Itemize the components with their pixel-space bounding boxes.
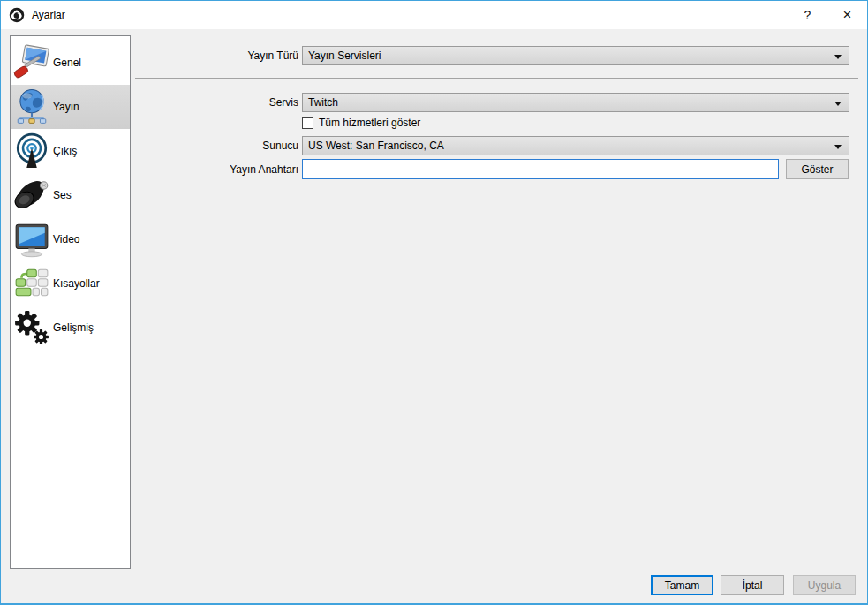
stream-type-label: Yayın Türü <box>135 46 298 65</box>
sidebar-item-yayin[interactable]: Yayın <box>11 85 130 129</box>
section-separator <box>135 78 858 79</box>
chevron-down-icon <box>834 55 842 59</box>
sidebar-item-label: Kısayollar <box>53 277 100 290</box>
show-all-services-label[interactable]: Tüm hizmetleri göster <box>319 117 420 129</box>
sidebar-item-label: Ses <box>53 189 72 201</box>
sidebar-item-cikis[interactable]: Çıkış <box>11 129 130 173</box>
cancel-button[interactable]: İptal <box>721 575 784 595</box>
server-value: US West: San Francisco, CA <box>308 140 444 152</box>
apply-button[interactable]: Uygula <box>793 575 856 595</box>
speaker-icon <box>11 177 53 214</box>
server-label: Sunucu <box>135 136 298 155</box>
stream-key-label: Yayın Anahtarı <box>135 160 298 179</box>
stream-key-input[interactable] <box>302 159 779 179</box>
show-key-button[interactable]: Göster <box>786 159 849 179</box>
sidebar-item-ses[interactable]: Ses <box>11 173 130 217</box>
sidebar-item-label: Çıkış <box>53 145 77 157</box>
settings-category-list: Genel Yayın <box>10 35 131 569</box>
globe-icon <box>11 88 53 125</box>
help-button[interactable]: ? <box>788 1 827 29</box>
show-all-services-checkbox[interactable] <box>302 117 313 129</box>
chevron-down-icon <box>834 145 842 149</box>
service-value: Twitch <box>308 96 338 109</box>
settings-dialog: Ayarlar ? × Genel <box>0 0 868 605</box>
sidebar-item-gelismis[interactable]: Gelişmiş <box>11 306 130 350</box>
window-title: Ayarlar <box>32 9 65 21</box>
stream-type-value: Yayın Servisleri <box>308 49 381 62</box>
sidebar-item-genel[interactable]: Genel <box>11 41 130 85</box>
sidebar-item-label: Genel <box>53 57 81 69</box>
close-button[interactable]: × <box>827 1 867 29</box>
server-select[interactable]: US West: San Francisco, CA <box>302 136 849 155</box>
obs-logo-icon <box>9 7 25 23</box>
chevron-down-icon <box>834 102 842 106</box>
text-caret <box>306 163 306 176</box>
service-label: Servis <box>135 93 298 112</box>
sidebar-item-label: Video <box>53 233 79 246</box>
sidebar-item-video[interactable]: Video <box>11 217 130 261</box>
gears-icon <box>11 309 53 346</box>
monitor-icon <box>11 221 53 258</box>
broadcast-icon <box>11 132 53 170</box>
show-all-services-checkbox-row: Tüm hizmetleri göster <box>302 117 420 129</box>
stream-type-select[interactable]: Yayın Servisleri <box>302 46 849 65</box>
service-select[interactable]: Twitch <box>302 93 849 112</box>
sidebar-item-kisayollar[interactable]: Kısayollar <box>11 261 130 306</box>
titlebar: Ayarlar ? × <box>1 1 867 29</box>
sidebar-item-label: Yayın <box>53 101 79 113</box>
sidebar-item-label: Gelişmiş <box>53 321 94 334</box>
display-config-icon <box>11 44 53 81</box>
ok-button[interactable]: Tamam <box>651 575 713 595</box>
hotkeys-icon <box>11 265 53 302</box>
